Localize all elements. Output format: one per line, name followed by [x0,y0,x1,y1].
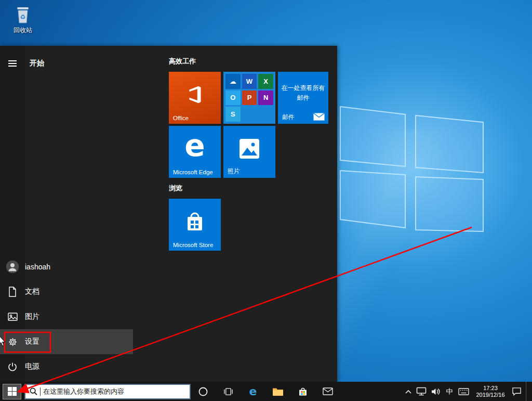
svg-text:♻: ♻ [20,14,26,21]
taskbar-search-box[interactable] [24,384,191,399]
edge-tile[interactable]: e Microsoft Edge [169,126,221,178]
hidden-icons-button[interactable] [405,382,412,401]
word-mini-tile[interactable]: W [242,74,257,89]
document-icon [0,287,25,297]
search-input[interactable] [43,387,185,395]
action-center-button[interactable] [512,382,522,401]
windows-logo-icon [8,387,17,396]
empty-mini-cell [258,107,273,122]
clock-time: 17:23 [483,385,498,392]
picture-icon [0,313,25,321]
cortana-button[interactable] [191,382,216,401]
mail-tile-label: 邮件 [282,113,294,121]
pictures-label: 图片 [25,312,39,321]
photos-icon [238,138,260,160]
powerpoint-mini-tile[interactable]: P [242,90,257,106]
mail-tile-text: 在一处查看所有邮件 [281,83,325,103]
settings-label: 设置 [25,337,39,346]
office-tile[interactable]: Office [169,72,221,124]
task-view-icon [223,386,234,397]
user-name-label: iashoah [25,263,50,271]
edge-taskbar-button[interactable]: e [241,382,265,401]
edge-icon: e [249,385,257,398]
show-desktop-button[interactable] [526,382,529,401]
onenote-mini-tile[interactable]: N [258,90,273,106]
taskbar-clock[interactable]: 17:23 2019/12/16 [473,385,508,398]
network-icon [416,387,427,396]
store-bag-icon [184,210,206,234]
speaker-icon [431,387,441,396]
start-menu: 开始 iashoah 文档 [0,46,337,382]
keyboard-icon [458,388,469,395]
start-nav-settings[interactable]: 设置 [0,329,133,354]
folder-icon [272,387,284,396]
onedrive-mini-tile[interactable]: ☁ [225,74,241,89]
tile-group-title-browse: 浏览 [169,184,182,193]
ime-indicator[interactable]: 中 [445,382,454,401]
recycle-bin-label: 回收站 [14,26,32,35]
cortana-icon [198,386,208,397]
network-button[interactable] [416,382,427,401]
mail-tile[interactable]: 在一处查看所有邮件 邮件 [278,72,328,124]
power-icon [0,362,25,371]
documents-label: 文档 [25,287,39,296]
store-tile-label: Microsoft Store [173,242,213,248]
store-icon [298,386,308,397]
tile-group-title-productivity: 高效工作 [169,57,196,66]
empty-mini-cell [242,107,257,122]
hamburger-icon [8,60,17,67]
skype-mini-tile[interactable]: S [225,107,241,122]
gear-icon [0,337,25,347]
text-caret [40,387,41,396]
mail-taskbar-button[interactable] [315,382,340,401]
office-tile-label: Office [173,115,189,121]
start-button[interactable] [3,384,21,399]
outlook-mini-tile[interactable]: O [225,90,241,106]
start-menu-title: 开始 [30,59,44,68]
photos-tile-label: 照片 [228,167,240,175]
taskbar: e [0,382,532,401]
start-nav-list: iashoah 文档 图片 [0,254,133,379]
system-tray: 中 17:23 2019/12/16 [405,382,532,401]
edge-logo-icon: e [169,128,221,163]
search-icon [30,387,37,395]
start-nav-documents[interactable]: 文档 [0,279,133,304]
power-label: 电源 [25,362,39,371]
office-logo-icon [183,83,207,107]
screen: ♻ 回收站 开始 iashoah [0,0,532,401]
clock-date: 2019/12/16 [476,392,504,398]
start-nav-pictures[interactable]: 图片 [0,304,133,329]
recycle-bin-icon[interactable]: ♻ 回收站 [7,4,38,35]
mail-icon [323,387,333,395]
excel-mini-tile[interactable]: X [258,74,273,89]
office-apps-group-tile[interactable]: ☁ W X O P N S [223,72,275,124]
photos-tile[interactable]: 照片 [223,126,275,178]
user-avatar-icon [0,260,25,274]
start-menu-header: 开始 [0,53,44,74]
edge-tile-label: Microsoft Edge [173,169,213,175]
trash-can-icon: ♻ [14,4,32,25]
file-explorer-button[interactable] [265,382,290,401]
touch-keyboard-button[interactable] [458,382,469,401]
volume-button[interactable] [431,382,441,401]
chevron-up-icon [405,389,412,394]
start-nav-power[interactable]: 电源 [0,354,133,379]
start-nav-user[interactable]: iashoah [0,254,133,279]
expand-menu-button[interactable] [0,60,25,67]
store-tile[interactable]: Microsoft Store [169,199,221,251]
envelope-icon [313,113,325,121]
store-taskbar-button[interactable] [290,382,315,401]
office-mini-tile-grid: ☁ W X O P N S [223,72,275,124]
windows-wallpaper-logo [327,78,504,255]
task-view-button[interactable] [216,382,241,401]
notification-bubble-icon [512,387,522,396]
